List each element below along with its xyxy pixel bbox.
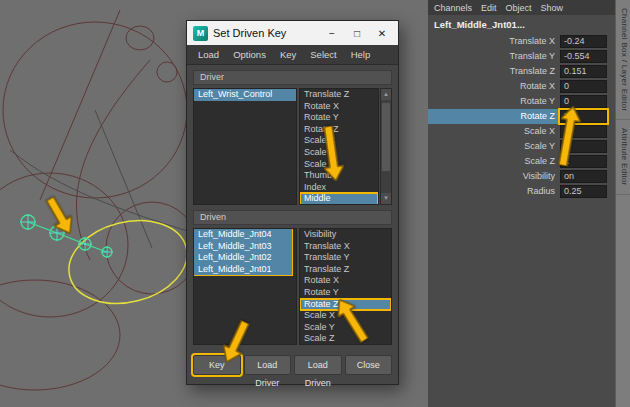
channel-value-field[interactable]: 0 (560, 80, 607, 93)
channel-value-field[interactable]: 0.151 (560, 65, 607, 78)
channel-name[interactable]: Scale X (428, 124, 560, 139)
dialog-menu-item[interactable]: Select (303, 49, 343, 60)
driver-attribute-item[interactable]: Index (300, 182, 378, 194)
dialog-menu-item[interactable]: Help (344, 49, 378, 60)
channel-name[interactable]: Translate X (428, 34, 560, 49)
channel-box-menubar: ChannelsEditObjectShow (428, 0, 615, 15)
dialog-button[interactable]: Load Driven (294, 355, 342, 375)
channel-row[interactable]: Translate Y -0.554 (428, 49, 615, 64)
driven-attribute-item[interactable]: Translate Z (300, 264, 391, 276)
channel-box-menu-item[interactable]: Edit (478, 3, 503, 13)
side-tab[interactable]: Attribute Editor (616, 120, 630, 195)
channel-name[interactable]: Rotate Z (428, 109, 560, 124)
dialog-title: Set Driven Key (213, 27, 317, 39)
channel-box-menu-item[interactable]: Object (503, 3, 538, 13)
channel-row[interactable]: Scale Z 1 (428, 154, 615, 169)
channel-box-menu-item[interactable]: Show (538, 3, 570, 13)
side-tab-strip: Channel Box / Layer EditorAttribute Edit… (615, 0, 630, 407)
driven-objects-highlight-box: Left_Middle_Jnt04Left_Middle_Jnt03Left_M… (194, 229, 292, 275)
scroll-down-icon[interactable]: ▼ (381, 193, 391, 204)
channel-value-field[interactable]: -0.554 (560, 50, 607, 63)
driven-attribute-item[interactable]: Rotate X (300, 275, 391, 287)
channel-row[interactable]: Scale X 1 (428, 124, 615, 139)
minimize-icon[interactable]: − (322, 28, 342, 39)
channel-name[interactable]: Rotate X (428, 79, 560, 94)
dialog-button[interactable]: Close (345, 355, 393, 375)
driven-attribute-item[interactable]: Translate Y (300, 252, 391, 264)
driver-lists: Left_Wrist_Control Translate ZRotate XRo… (193, 88, 392, 205)
close-icon[interactable]: ✕ (372, 28, 392, 39)
channel-name[interactable]: Visibility (428, 169, 560, 184)
dialog-menu-item[interactable]: Load (191, 49, 226, 60)
channel-box-menu-item[interactable]: Channels (431, 3, 478, 13)
driver-attribute-item[interactable]: Translate Z (300, 89, 378, 101)
channel-row[interactable]: Rotate Y 0 (428, 94, 615, 109)
channel-row[interactable]: Radius 0.25 (428, 184, 615, 199)
driver-section-header[interactable]: Driver (193, 70, 392, 85)
channel-value-field[interactable]: 0.25 (560, 185, 607, 198)
channel-name[interactable]: Translate Y (428, 49, 560, 64)
side-tab[interactable]: Channel Box / Layer Editor (616, 0, 630, 120)
channel-row[interactable]: Scale Y 1 (428, 139, 615, 154)
channel-name[interactable]: Radius (428, 184, 560, 199)
driven-attribute-item[interactable]: Translate X (300, 241, 391, 253)
dialog-menu-item[interactable]: Options (226, 49, 273, 60)
channel-name[interactable]: Rotate Y (428, 94, 560, 109)
driven-attribute-item[interactable]: Visibility (300, 229, 391, 241)
driven-object-item[interactable]: Left_Middle_Jnt04 (194, 229, 292, 241)
channel-list: Translate X -0.24 Translate Y -0.554 Tra… (428, 34, 615, 199)
driver-attribute-item[interactable]: Middle (300, 193, 378, 205)
scroll-up-icon[interactable]: ▲ (381, 89, 391, 100)
channel-row[interactable]: Visibility on (428, 169, 615, 184)
channel-row[interactable]: Translate X -0.24 (428, 34, 615, 49)
channel-box-object-name: Left_Middle_Jnt01... (428, 15, 615, 34)
dialog-menubar: LoadOptionsKeySelectHelp (187, 45, 398, 65)
driver-attribute-item[interactable]: Rotate X (300, 101, 378, 113)
driver-object-item[interactable]: Left_Wrist_Control (194, 89, 296, 101)
channel-row[interactable]: Rotate X 0 (428, 79, 615, 94)
driven-object-item[interactable]: Left_Middle_Jnt01 (194, 264, 292, 276)
maximize-icon[interactable]: □ (347, 28, 367, 39)
driver-attributes-scrollbar[interactable]: ▲ ▼ (380, 88, 392, 205)
driven-section-header[interactable]: Driven (193, 210, 392, 225)
channel-name[interactable]: Scale Y (428, 139, 560, 154)
screenshot-root: ChannelsEditObjectShow Left_Middle_Jnt01… (0, 0, 630, 407)
channel-row[interactable]: Rotate Z 55 (428, 109, 615, 124)
scrollbar-thumb[interactable] (382, 103, 390, 171)
channel-box-panel: ChannelsEditObjectShow Left_Middle_Jnt01… (428, 0, 615, 407)
channel-value-field[interactable]: on (560, 170, 607, 183)
channel-value-field[interactable]: -0.24 (560, 35, 607, 48)
channel-row[interactable]: Translate Z 0.151 (428, 64, 615, 79)
dialog-menu-item[interactable]: Key (273, 49, 303, 60)
channel-name[interactable]: Scale Z (428, 154, 560, 169)
maya-icon: M (193, 26, 208, 41)
driven-object-item[interactable]: Left_Middle_Jnt02 (194, 252, 292, 264)
dialog-titlebar[interactable]: M Set Driven Key − □ ✕ (187, 21, 398, 45)
scrollbar-track[interactable] (381, 100, 391, 193)
dialog-button[interactable]: Load Driver (244, 355, 292, 375)
driven-object-item[interactable]: Left_Middle_Jnt03 (194, 241, 292, 253)
channel-name[interactable]: Translate Z (428, 64, 560, 79)
driver-object-list[interactable]: Left_Wrist_Control (193, 88, 297, 205)
driven-attribute-item[interactable]: Scale Z (300, 333, 391, 345)
driver-attribute-item[interactable]: Rotate Y (300, 112, 378, 124)
